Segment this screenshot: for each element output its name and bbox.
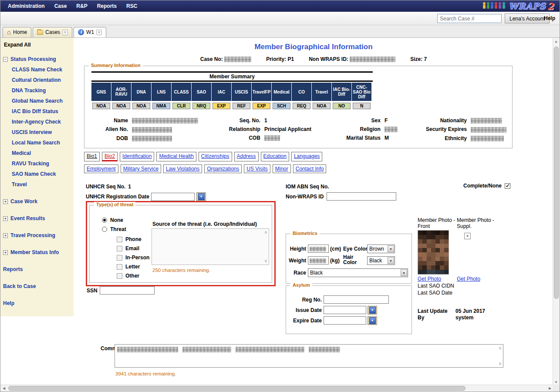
bio-tab-minor[interactable]: Minor [273,164,291,173]
scroll-down-icon[interactable] [264,259,267,263]
vertical-scrollbar[interactable]: ▲ ▼ [553,38,560,385]
menu-item-rsc[interactable]: RSC [121,3,142,9]
calendar-dropdown-icon [198,193,205,200]
tree-expand-icon[interactable]: + [3,250,8,255]
menu-item-administration[interactable]: Administration [3,3,50,9]
complete-none-checkbox[interactable] [505,183,510,189]
menu-item-case[interactable]: Case [50,3,72,9]
weight-input[interactable] [308,256,329,265]
height-input[interactable] [308,245,329,253]
bio-tab-law-violations[interactable]: Law Violations [163,164,202,173]
threat-source-textarea[interactable] [152,228,269,265]
tree-expand-icon[interactable]: + [3,216,8,221]
search-case-input[interactable] [437,14,502,23]
sidebar-item-iac-bio-diff-status[interactable]: IAC Bio Diff Status [0,106,74,117]
scroll-up-arrow[interactable]: ▲ [553,38,560,45]
sidebar-item-status-processing[interactable]: −Status Processing [0,54,74,64]
scroll-down-icon[interactable] [499,362,502,366]
eye-color-label: Eye Color [343,246,368,252]
tree-expand-icon[interactable]: + [3,199,8,204]
bio-tab-bio1[interactable]: Bio1 [84,152,100,161]
sidebar-item-travel[interactable]: Travel [0,179,74,190]
close-icon[interactable] [96,30,102,35]
unhcr-registration-date-calendar-button[interactable] [196,192,206,201]
sidebar-item-help[interactable]: Help [0,298,74,308]
scroll-up-icon[interactable] [264,230,267,235]
in-person-checkbox[interactable] [117,255,122,261]
sidebar-item-dna-tracking[interactable]: DNA Tracking [0,85,74,96]
phone-checkbox[interactable] [117,237,122,242]
sidebar-item-inter-agency-check[interactable]: Inter-Agency Check [0,117,74,127]
race-select[interactable]: Black [308,268,408,277]
none-radio-label: None [110,217,123,223]
asylum-legend: Asylum [290,282,312,288]
bio-tab-citizenships[interactable]: Citizenships [199,152,232,161]
get-photo-suppl-link[interactable]: Get Photo [457,276,480,282]
sidebar-item-medical[interactable]: Medical [0,148,74,158]
sidebar-item-ravu-tracking[interactable]: RAVU Tracking [0,158,74,169]
expire-date-input[interactable] [324,316,366,325]
bio-tab-medical-health[interactable]: Medical Health [156,152,196,161]
size-label: Size: [410,56,422,62]
expire-date-calendar-button[interactable] [368,316,377,325]
bio-tab-languages[interactable]: Languages [291,152,322,161]
tab-cases[interactable]: Cases [33,27,72,37]
eye-color-select[interactable]: Brown [367,245,395,253]
sidebar-item-sao-name-check[interactable]: SAO Name Check [0,169,74,179]
non-wraps-id-input[interactable] [327,192,396,201]
horizontal-scrollbar-thumb[interactable] [8,386,466,391]
bio-tab-us-visits[interactable]: US Visits [244,164,270,173]
sidebar-item-case-work[interactable]: +Case Work [0,196,74,207]
sidebar-item-event-results[interactable]: +Event Results [0,213,74,224]
account-button[interactable]: Lena's Account [505,13,550,23]
last-update-user: system [455,315,485,321]
bio-tab-bio2[interactable]: Bio2 [102,152,118,161]
tree-expand-icon[interactable]: + [3,233,8,238]
expand-all-link[interactable]: Expand All [0,38,74,49]
scroll-up-icon[interactable] [499,346,502,350]
bio-tab-employment[interactable]: Employment [84,164,118,173]
scrollbar-corner [553,385,560,392]
bio-tab-address[interactable]: Address [234,152,259,161]
other-checkbox[interactable] [117,273,122,279]
email-checkbox[interactable] [117,246,122,251]
sidebar-item-reports[interactable]: Reports [0,264,74,275]
issue-date-calendar-button[interactable] [368,306,377,315]
sidebar-item-class-name-check[interactable]: CLASS Name Check [0,64,74,75]
close-icon[interactable] [62,30,68,35]
unhcr-registration-date-input[interactable] [151,193,195,201]
bio-tab-education[interactable]: Education [261,152,289,161]
sex-label: Sex [343,117,381,124]
bio-tab-organizations[interactable]: Organizations [204,164,242,173]
scroll-left-arrow[interactable]: ◀ [0,385,7,392]
none-radio[interactable] [102,218,107,223]
cob-label: COB [220,135,260,141]
vertical-scrollbar-thumb[interactable] [554,47,559,299]
bio-tab-military-service[interactable]: Military Service [121,164,161,173]
issue-date-input[interactable] [324,306,366,314]
help-menu-link[interactable]: Help [544,15,555,21]
sidebar-item-uscis-interview[interactable]: USCIS Interview [0,127,74,137]
threat-radio[interactable] [102,227,107,232]
tab-home[interactable]: Home [3,27,31,37]
sidebar-item-member-status-info[interactable]: +Member Status Info [0,247,74,258]
sidebar-item-cultural-orientation[interactable]: Cultural Orientation [0,75,74,85]
comments-textarea[interactable] [115,344,503,368]
horizontal-scrollbar[interactable]: ◀ ▶ [0,385,553,392]
tree-collapse-icon[interactable]: − [3,57,8,62]
get-photo-front-link[interactable]: Get Photo [418,276,441,282]
hair-color-select[interactable]: Black [367,256,395,265]
menu-item-reports[interactable]: Reports [92,3,121,9]
details-group-1: Name Alien No. DOB [89,117,220,141]
ssn-input[interactable] [100,286,155,295]
reg-no-input[interactable] [324,295,389,304]
sidebar-item-local-name-search[interactable]: Local Name Search [0,137,74,148]
tab-w1[interactable]: W1 [74,27,106,37]
letter-checkbox[interactable] [117,264,122,270]
sidebar-item-global-name-search[interactable]: Global Name Search [0,96,74,106]
bio-tab-identification[interactable]: Identification [120,152,154,161]
sidebar-item-back-to-case[interactable]: Back to Case [0,281,74,291]
bio-tab-contact-info[interactable]: Contact Info [293,164,327,173]
menu-item-r-p[interactable]: R&P [71,3,92,9]
sidebar-item-travel-processing[interactable]: +Travel Processing [0,230,74,241]
